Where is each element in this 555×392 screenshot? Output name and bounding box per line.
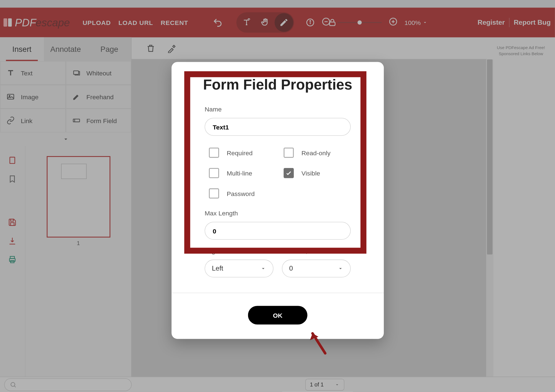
rotation-select[interactable]: 0 (282, 259, 351, 277)
name-input[interactable] (205, 118, 350, 136)
dialog-title: Form Field Properties (171, 76, 384, 93)
readonly-label: Read-only (301, 149, 331, 156)
readonly-option[interactable]: Read-only (284, 147, 351, 158)
checkbox-group: Required Read-only Multi-line Visible Pa… (171, 140, 384, 202)
dialog-footer: OK (171, 293, 384, 325)
required-checkbox[interactable] (209, 147, 219, 158)
visible-checkbox[interactable] (284, 168, 294, 178)
ok-button[interactable]: OK (248, 306, 307, 324)
chevron-down-icon (337, 266, 343, 271)
form-field-properties-dialog: Form Field Properties Name Required Read… (171, 62, 384, 339)
alignment-label: Alignment (205, 247, 273, 254)
name-label: Name (205, 106, 350, 113)
readonly-checkbox[interactable] (284, 147, 294, 158)
multiline-option[interactable]: Multi-line (209, 168, 276, 178)
password-checkbox[interactable] (209, 188, 219, 198)
multiline-checkbox[interactable] (209, 168, 219, 178)
visible-option[interactable]: Visible (284, 168, 351, 178)
rotation-label: Rotation, ° (282, 247, 351, 254)
password-option[interactable]: Password (209, 188, 276, 198)
maxlength-label: Max Length (205, 210, 350, 217)
password-label: Password (227, 190, 255, 197)
visible-label: Visible (301, 169, 320, 177)
alignment-select[interactable]: Left (205, 259, 273, 277)
chevron-down-icon (260, 266, 266, 271)
rotation-value: 0 (289, 265, 293, 273)
required-label: Required (227, 149, 253, 156)
required-option[interactable]: Required (209, 147, 276, 158)
alignment-value: Left (212, 265, 223, 273)
multiline-label: Multi-line (227, 169, 252, 177)
maxlength-input[interactable] (205, 222, 350, 240)
